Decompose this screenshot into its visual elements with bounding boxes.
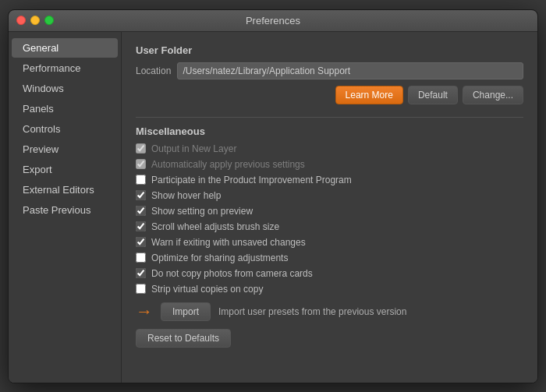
reset-row: Reset to Defaults	[136, 329, 523, 348]
checkbox-label-strip-virtual: Strip virtual copies on copy	[151, 284, 263, 295]
checkbox-warn-unsaved[interactable]	[136, 237, 146, 247]
sidebar-item-panels[interactable]: Panels	[12, 99, 118, 118]
close-button[interactable]	[16, 16, 26, 25]
main-panel: User Folder Location Learn More Default …	[122, 32, 537, 383]
checkbox-label-show-setting-preview: Show setting on preview	[151, 206, 253, 217]
checkbox-item-product-improve: Participate in the Product Improvement P…	[136, 175, 523, 185]
main-content: GeneralPerformanceWindowsPanelsControlsP…	[9, 32, 537, 383]
location-label: Location	[136, 65, 171, 76]
checkbox-item-show-setting-preview: Show setting on preview	[136, 206, 523, 217]
preferences-window: Preferences GeneralPerformanceWindowsPan…	[8, 9, 538, 383]
sidebar-item-preview[interactable]: Preview	[12, 139, 118, 159]
minimize-button[interactable]	[30, 16, 40, 25]
location-input[interactable]	[177, 62, 523, 79]
location-row: Location	[136, 62, 523, 79]
sidebar-item-external-editors[interactable]: External Editors	[12, 180, 118, 200]
sidebar-item-export[interactable]: Export	[12, 160, 118, 179]
checkbox-output-new-layer	[136, 143, 146, 154]
user-folder-buttons: Learn More Default Change...	[136, 86, 523, 104]
checkbox-show-hover-help[interactable]	[136, 190, 146, 200]
checkbox-auto-apply-prev	[136, 159, 146, 169]
sidebar: GeneralPerformanceWindowsPanelsControlsP…	[9, 32, 122, 383]
sidebar-item-performance[interactable]: Performance	[12, 58, 118, 78]
checkbox-label-scroll-wheel-brush: Scroll wheel adjusts brush size	[151, 221, 279, 232]
titlebar: Preferences	[9, 10, 537, 32]
import-row: → Import Import user presets from the pr…	[136, 302, 523, 321]
sidebar-item-windows[interactable]: Windows	[12, 79, 118, 98]
checkbox-item-scroll-wheel-brush: Scroll wheel adjusts brush size	[136, 221, 523, 232]
checkbox-label-show-hover-help: Show hover help	[151, 190, 221, 201]
learn-more-button[interactable]: Learn More	[335, 86, 403, 104]
window-title: Preferences	[246, 15, 300, 26]
arrow-icon: →	[136, 303, 153, 320]
checkbox-scroll-wheel-brush[interactable]	[136, 221, 146, 231]
checkbox-show-setting-preview[interactable]	[136, 206, 146, 216]
checkbox-no-copy-camera[interactable]	[136, 268, 146, 278]
checkbox-label-warn-unsaved: Warn if exiting with unsaved changes	[151, 237, 306, 248]
checkbox-label-auto-apply-prev: Automatically apply previous settings	[151, 159, 305, 170]
maximize-button[interactable]	[44, 16, 54, 25]
checkbox-item-no-copy-camera: Do not copy photos from camera cards	[136, 268, 523, 279]
import-description: Import user presets from the previous ve…	[218, 306, 406, 317]
checkbox-label-optimize-sharing: Optimize for sharing adjustments	[151, 253, 288, 263]
checkbox-label-output-new-layer: Output in New Layer	[151, 143, 236, 154]
default-button[interactable]: Default	[408, 86, 458, 104]
checkboxes-container: Output in New LayerAutomatically apply p…	[136, 143, 523, 295]
sidebar-item-controls[interactable]: Controls	[12, 119, 118, 139]
traffic-lights	[16, 16, 54, 25]
checkbox-item-auto-apply-prev: Automatically apply previous settings	[136, 159, 523, 170]
user-folder-title: User Folder	[136, 44, 523, 56]
checkbox-item-output-new-layer: Output in New Layer	[136, 143, 523, 154]
checkbox-strip-virtual[interactable]	[136, 284, 146, 294]
checkbox-item-optimize-sharing: Optimize for sharing adjustments	[136, 253, 523, 263]
checkbox-label-product-improve: Participate in the Product Improvement P…	[151, 175, 352, 185]
sidebar-item-paste-previous[interactable]: Paste Previous	[12, 200, 118, 220]
checkbox-label-no-copy-camera: Do not copy photos from camera cards	[151, 268, 313, 279]
divider	[136, 117, 523, 118]
checkbox-product-improve[interactable]	[136, 175, 146, 185]
miscellaneous-section: Miscellaneous Output in New LayerAutomat…	[136, 125, 523, 348]
checkbox-item-show-hover-help: Show hover help	[136, 190, 523, 201]
reset-defaults-button[interactable]: Reset to Defaults	[136, 329, 231, 348]
miscellaneous-title: Miscellaneous	[136, 125, 523, 137]
checkbox-optimize-sharing[interactable]	[136, 253, 146, 263]
checkbox-item-warn-unsaved: Warn if exiting with unsaved changes	[136, 237, 523, 248]
change-button[interactable]: Change...	[463, 86, 523, 104]
checkbox-item-strip-virtual: Strip virtual copies on copy	[136, 284, 523, 295]
user-folder-section: User Folder Location Learn More Default …	[136, 44, 523, 104]
sidebar-item-general[interactable]: General	[12, 38, 118, 58]
import-button[interactable]: Import	[161, 302, 211, 321]
